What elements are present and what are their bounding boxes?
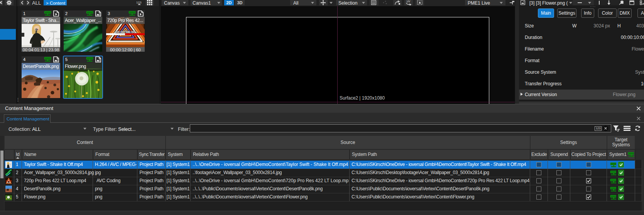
svg-text:UV: UV [407, 0, 411, 3]
